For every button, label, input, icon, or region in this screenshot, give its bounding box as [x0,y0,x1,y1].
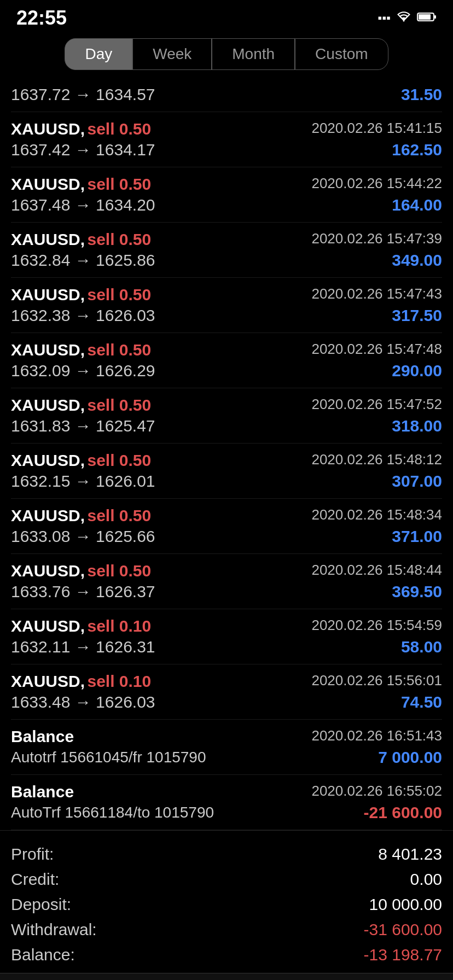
trade-profit: 318.00 [392,417,442,435]
trade-action: sell 0.50 [87,175,151,193]
wifi-icon [396,10,411,26]
trade-prices: 1632.15 → 1626.01 [11,472,155,491]
trade-datetime: 2020.02.26 15:56:01 [311,672,442,689]
summary-label: Balance: [11,946,75,964]
trade-profit: 290.00 [392,361,442,380]
trade-datetime: 2020.02.26 15:47:39 [311,230,442,247]
trade-datetime: 2020.02.26 15:48:44 [311,562,442,579]
trade-prices: 1632.84 → 1625.86 [11,251,155,270]
summary-label: Withdrawal: [11,920,97,939]
trade-profit: 58.00 [401,638,442,656]
trade-datetime: 2020.02.26 15:48:34 [311,506,442,523]
summary-row: Deposit: 10 000.00 [11,892,442,917]
summary-value: 0.00 [410,870,442,889]
trade-item: XAUUSD, sell 0.50 2020.02.26 15:47:52 16… [11,388,442,444]
trade-prices: 1637.48 → 1634.20 [11,196,155,214]
trade-item: XAUUSD, sell 0.10 2020.02.26 15:56:01 16… [11,664,442,720]
trade-action: sell 0.50 [87,285,151,304]
tab-custom[interactable]: Custom [295,38,388,70]
trade-symbol: XAUUSD, [11,120,85,138]
trade-prices: 1632.09 → 1626.29 [11,361,155,380]
trade-action: sell 0.50 [87,120,151,138]
summary-section: Profit: 8 401.23 Credit: 0.00 Deposit: 1… [0,830,453,973]
trade-action: sell 0.50 [87,562,151,580]
trade-item: XAUUSD, sell 0.50 2020.02.26 15:47:43 16… [11,278,442,333]
trade-datetime: 2020.02.26 15:47:48 [311,341,442,358]
trade-prices: 1633.08 → 1625.66 [11,527,155,546]
trade-symbol: XAUUSD, [11,396,85,414]
trade-item: XAUUSD, sell 0.50 2020.02.26 15:41:15 16… [11,112,442,167]
trade-profit: 74.50 [401,693,442,711]
tab-month[interactable]: Month [212,38,295,70]
summary-value: -31 600.00 [364,920,442,939]
trade-action: sell 0.50 [87,341,151,359]
trade-symbol: XAUUSD, [11,285,85,304]
summary-value: 10 000.00 [369,895,442,914]
trade-item: XAUUSD, sell 0.50 2020.02.26 15:48:12 16… [11,444,442,499]
trade-symbol: XAUUSD, [11,506,85,524]
trade-prices: 1637.42 → 1634.17 [11,141,155,159]
summary-value: 8 401.23 [378,845,442,864]
balance-label: Balance [11,783,74,801]
partial-prices: 1637.72 → 1634.57 [11,85,155,104]
trade-profit: 349.00 [392,251,442,270]
trade-item: XAUUSD, sell 0.50 2020.02.26 15:47:48 16… [11,333,442,388]
battery-icon [417,11,437,25]
balance-label: Balance [11,727,74,745]
trade-prices: 1633.76 → 1626.37 [11,582,155,601]
partial-profit: 31.50 [401,85,442,104]
trade-item: XAUUSD, sell 0.50 2020.02.26 15:47:39 16… [11,223,442,278]
trade-symbol: XAUUSD, [11,562,85,580]
balance-desc: AutoTrf 15661184/to 1015790 [11,804,214,821]
summary-label: Deposit: [11,895,71,914]
trade-action: sell 0.10 [87,617,151,635]
trade-datetime: 2020.02.26 15:44:22 [311,175,442,192]
trade-list: 1637.72 → 1634.57 31.50 XAUUSD, sell 0.5… [0,78,453,830]
trade-symbol: XAUUSD, [11,175,85,193]
trade-symbol: XAUUSD, [11,230,85,248]
trade-action: sell 0.50 [87,230,151,248]
balance-amount: 7 000.00 [378,748,442,767]
trade-symbol: XAUUSD, [11,341,85,359]
trade-datetime: 2020.02.26 15:54:59 [311,617,442,634]
summary-row: Credit: 0.00 [11,867,442,892]
trade-prices: 1631.83 → 1625.47 [11,417,155,435]
trade-action: sell 0.10 [87,672,151,690]
balance-datetime: 2020.02.26 16:51:43 [311,727,442,744]
trade-items: XAUUSD, sell 0.50 2020.02.26 15:41:15 16… [11,112,442,720]
trade-symbol: XAUUSD, [11,617,85,635]
trade-profit: 164.00 [392,196,442,214]
trade-action: sell 0.50 [87,506,151,524]
signal-icon: ▪▪▪ [378,11,391,25]
tab-bar: Day Week Month Custom [0,33,453,78]
balance-entry: Balance 2020.02.26 16:55:02 AutoTrf 1566… [11,775,442,830]
status-icons: ▪▪▪ [378,10,437,26]
balance-entries: Balance 2020.02.26 16:51:43 Autotrf 1566… [11,720,442,830]
svg-point-0 [403,20,405,22]
trade-profit: 371.00 [392,527,442,546]
balance-desc: Autotrf 15661045/fr 1015790 [11,749,206,766]
tab-day[interactable]: Day [65,38,132,70]
trade-prices: 1633.48 → 1626.03 [11,693,155,711]
trade-prices: 1632.38 → 1626.03 [11,306,155,325]
status-time: 22:55 [16,7,67,30]
balance-amount: -21 600.00 [364,803,442,822]
trade-profit: 369.50 [392,582,442,601]
trade-item: XAUUSD, sell 0.50 2020.02.26 15:44:22 16… [11,167,442,223]
bottom-nav: Quotes Chart Trade [0,973,453,980]
trade-profit: 307.00 [392,472,442,491]
status-bar: 22:55 ▪▪▪ [0,0,453,33]
trade-datetime: 2020.02.26 15:48:12 [311,451,442,468]
svg-rect-2 [419,14,431,20]
trade-action: sell 0.50 [87,451,151,469]
trade-datetime: 2020.02.26 15:47:43 [311,285,442,302]
summary-value: -13 198.77 [364,946,442,964]
trade-datetime: 2020.02.26 15:47:52 [311,396,442,413]
tab-week[interactable]: Week [132,38,212,70]
balance-datetime: 2020.02.26 16:55:02 [311,783,442,800]
trade-item: XAUUSD, sell 0.50 2020.02.26 15:48:34 16… [11,499,442,554]
trade-symbol: XAUUSD, [11,672,85,690]
trade-item: XAUUSD, sell 0.10 2020.02.26 15:54:59 16… [11,609,442,664]
partial-row: 1637.72 → 1634.57 31.50 [11,78,442,112]
trade-datetime: 2020.02.26 15:41:15 [311,120,442,137]
